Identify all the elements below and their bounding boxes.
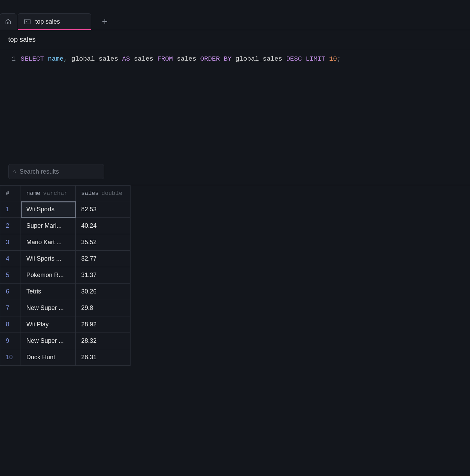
cell-name[interactable]: Pokemon R... [21, 267, 76, 284]
col-index-label: # [6, 190, 9, 197]
kw-orderby: ORDER BY [200, 55, 232, 63]
line-number: 1 [0, 54, 16, 64]
cell-sales[interactable]: 30.26 [76, 284, 131, 300]
text-global-sales2: global_sales [232, 55, 286, 63]
table-row[interactable]: 4Wii Sports ...32.77 [0, 251, 131, 267]
cell-sales[interactable]: 28.92 [76, 316, 131, 333]
cell-sales[interactable]: 40.24 [76, 218, 131, 234]
terminal-icon [24, 19, 30, 24]
row-index: 3 [0, 234, 21, 251]
col-name[interactable]: namevarchar [21, 186, 76, 201]
cell-name[interactable]: Duck Hunt [21, 349, 76, 366]
sql-editor[interactable]: 1 SELECT name, global_sales AS sales FRO… [0, 49, 470, 158]
col-sales[interactable]: salesdouble [76, 186, 131, 201]
svg-rect-0 [25, 19, 30, 24]
row-index: 6 [0, 284, 21, 300]
kw-desc: DESC [286, 55, 302, 63]
results-table-wrap: # namevarchar salesdouble 1Wii Sports82.… [0, 185, 470, 366]
col-sales-label: sales [81, 190, 99, 197]
table-row[interactable]: 5Pokemon R...31.37 [0, 267, 131, 284]
col-sales-type: double [101, 190, 122, 197]
title-bar: top sales [0, 30, 470, 49]
cell-sales[interactable]: 29.8 [76, 300, 131, 316]
results-table: # namevarchar salesdouble 1Wii Sports82.… [0, 185, 131, 366]
col-index[interactable]: # [0, 186, 21, 201]
ident-name: name [48, 55, 64, 63]
row-index: 2 [0, 218, 21, 234]
space [302, 55, 306, 63]
cell-name[interactable]: New Super ... [21, 333, 76, 349]
cell-name[interactable]: Super Mari... [21, 218, 76, 234]
table-row[interactable]: 7New Super ...29.8 [0, 300, 131, 316]
cell-name[interactable]: New Super ... [21, 300, 76, 316]
home-tab[interactable] [0, 13, 16, 30]
space2 [325, 55, 329, 63]
row-index: 9 [0, 333, 21, 349]
cell-sales[interactable]: 28.31 [76, 349, 131, 366]
kw-limit: LIMIT [306, 55, 325, 63]
table-row[interactable]: 6Tetris30.26 [0, 284, 131, 300]
editor-code[interactable]: SELECT name, global_sales AS sales FROM … [21, 53, 470, 158]
editor-gutter: 1 [0, 53, 21, 158]
table-row[interactable]: 9New Super ...28.32 [0, 333, 131, 349]
tab-bar: top sales [0, 0, 470, 30]
kw-select: SELECT [21, 55, 44, 63]
query-tab[interactable]: top sales [18, 13, 91, 30]
add-tab-button[interactable] [97, 13, 113, 30]
cell-name[interactable]: Mario Kart ... [21, 234, 76, 251]
row-index: 5 [0, 267, 21, 284]
col-name-type: varchar [43, 190, 67, 197]
cell-name[interactable]: Tetris [21, 284, 76, 300]
num-ten: 10 [329, 55, 337, 63]
cell-name[interactable]: Wii Sports [21, 201, 76, 218]
row-index: 4 [0, 251, 21, 267]
cell-name[interactable]: Wii Sports ... [21, 251, 76, 267]
semi: ; [337, 55, 341, 63]
kw-from: FROM [157, 55, 173, 63]
cell-sales[interactable]: 82.53 [76, 201, 131, 218]
row-index: 7 [0, 300, 21, 316]
results-toolbar [0, 158, 470, 185]
page-title: top sales [8, 36, 462, 43]
cell-name[interactable]: Wii Play [21, 316, 76, 333]
row-index: 10 [0, 349, 21, 366]
home-icon [5, 18, 11, 25]
kw-as: AS [122, 55, 130, 63]
table-row[interactable]: 1Wii Sports82.53 [0, 201, 131, 218]
cell-sales[interactable]: 35.52 [76, 234, 131, 251]
table-row[interactable]: 3Mario Kart ...35.52 [0, 234, 131, 251]
tab-label: top sales [35, 18, 60, 25]
table-row[interactable]: 8Wii Play28.92 [0, 316, 131, 333]
punct-comma: , [63, 55, 67, 63]
svg-point-1 [14, 171, 15, 172]
table-row[interactable]: 2Super Mari...40.24 [0, 218, 131, 234]
row-index: 1 [0, 201, 21, 218]
cell-sales[interactable]: 31.37 [76, 267, 131, 284]
row-index: 8 [0, 316, 21, 333]
col-name-label: name [26, 190, 40, 197]
cell-sales[interactable]: 28.32 [76, 333, 131, 349]
table-header-row: # namevarchar salesdouble [0, 186, 131, 201]
table-row[interactable]: 10Duck Hunt28.31 [0, 349, 131, 366]
cell-sales[interactable]: 32.77 [76, 251, 131, 267]
search-input[interactable] [20, 168, 99, 175]
search-icon [13, 169, 16, 174]
plus-icon [102, 19, 108, 24]
text-sales: sales [130, 55, 157, 63]
text-global-sales: global_sales [67, 55, 122, 63]
text-sales-tbl: sales [173, 55, 200, 63]
search-box[interactable] [8, 164, 104, 179]
